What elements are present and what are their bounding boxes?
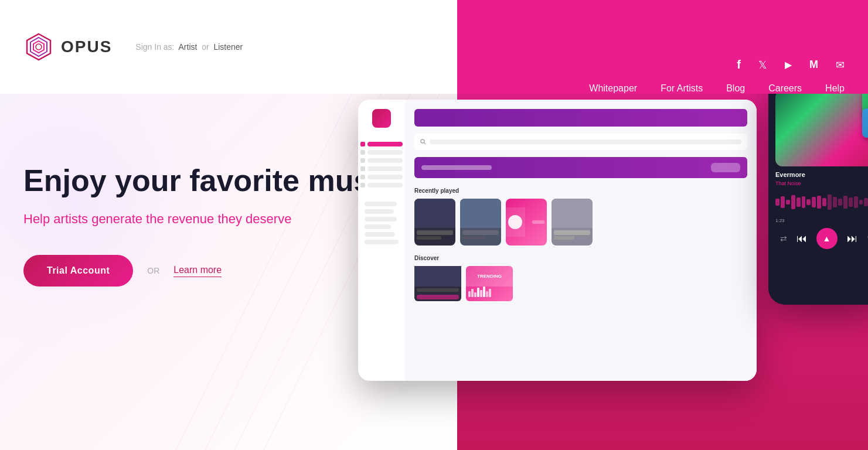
- sidebar-item-artists: [367, 166, 403, 171]
- search-icon: [420, 139, 426, 145]
- shuffle-icon: ⇄: [780, 234, 787, 243]
- svg-point-8: [421, 139, 424, 143]
- header-left: OPUS Sign In as: Artist or Listener: [0, 0, 457, 94]
- album-card-playing: [506, 199, 547, 246]
- album-card-2: [460, 199, 501, 246]
- sidebar-item-extra-5: [365, 232, 395, 237]
- trial-account-button[interactable]: Trial Account: [23, 255, 133, 287]
- signin-listener-link[interactable]: Listener: [213, 42, 243, 52]
- sidebar-item-songs: [367, 150, 403, 155]
- play-pause-button[interactable]: ▲: [816, 228, 838, 249]
- tablet-inner: Recently played: [358, 100, 757, 381]
- email-icon[interactable]: ✉: [836, 59, 845, 71]
- medium-icon[interactable]: M: [809, 59, 818, 71]
- next-icon: ⏭: [847, 233, 857, 245]
- app-search-bar: [414, 134, 747, 150]
- stacked-album-2: [862, 108, 868, 138]
- facebook-icon[interactable]: f: [737, 58, 741, 71]
- album-card-3: [552, 199, 593, 246]
- sidebar-item-playlists: [367, 175, 403, 179]
- header: OPUS Sign In as: Artist or Listener f 𝕏 …: [0, 0, 868, 94]
- app-logo-icon: [372, 109, 391, 128]
- discover-card-2: TRENDING: [466, 266, 513, 301]
- configure-banner: [414, 157, 747, 178]
- sidebar-item-extra-3: [365, 217, 397, 221]
- learn-more-link[interactable]: Learn more: [173, 265, 222, 277]
- album-card-1: [414, 199, 455, 246]
- signin-or: or: [202, 42, 209, 52]
- opus-logo-icon: [23, 32, 54, 62]
- nav-careers[interactable]: Careers: [768, 83, 802, 94]
- phone-song-title: Evermore: [775, 171, 868, 178]
- app-main-content: Recently played: [405, 100, 757, 381]
- sidebar-item-extra-4: [365, 224, 391, 229]
- app-sidebar: [358, 100, 405, 381]
- sidebar-item-extra-6: [365, 240, 399, 244]
- logo-text: OPUS: [61, 38, 112, 56]
- waveform: [775, 193, 868, 211]
- discover-row: TRENDING: [414, 266, 747, 301]
- sidebar-item-extra-2: [365, 209, 394, 214]
- recently-played-row: [414, 199, 747, 246]
- svg-marker-2: [33, 41, 44, 53]
- discover-card-1: [414, 266, 461, 301]
- phone-album-art: [775, 90, 868, 166]
- recently-played-label: Recently played: [414, 188, 747, 194]
- svg-point-3: [36, 44, 42, 50]
- app-header-bar: [414, 109, 747, 127]
- progress-time: 1:23 4:41: [775, 218, 868, 223]
- prev-icon: ⏮: [796, 233, 807, 245]
- signin-label: Sign In as:: [135, 42, 174, 52]
- nav-for-artists[interactable]: For Artists: [661, 83, 703, 94]
- phone-controls: ⇄ ⏮ ▲ ⏭ ♡: [775, 228, 868, 249]
- sidebar-item-explore: [367, 142, 403, 146]
- play-icon: [508, 215, 522, 229]
- signin-artist-link[interactable]: Artist: [179, 42, 198, 52]
- signin-area: Sign In as: Artist or Listener: [135, 42, 243, 52]
- sidebar-item-extra-1: [365, 202, 397, 206]
- svg-line-9: [424, 143, 426, 145]
- youtube-icon[interactable]: ▶: [785, 59, 792, 70]
- twitter-icon[interactable]: 𝕏: [758, 59, 767, 71]
- or-label: OR: [147, 266, 159, 275]
- nav-links: Whitepaper For Artists Blog Careers Help: [589, 83, 845, 94]
- phone-artist-name: That Noise: [775, 180, 868, 186]
- discover-label: Discover: [414, 255, 747, 261]
- nav-whitepaper[interactable]: Whitepaper: [589, 83, 637, 94]
- hero-section: Enjoy your favorite music Help artists g…: [0, 94, 868, 450]
- app-mockup-container: Recently played: [358, 70, 868, 450]
- header-right: f 𝕏 ▶ M ✉ Whitepaper For Artists Blog Ca…: [457, 0, 868, 94]
- phone-mockup: ‹ Evermore ••• Evermore That Noise: [768, 70, 868, 305]
- nav-blog[interactable]: Blog: [726, 83, 745, 94]
- sidebar-item-statistics: [367, 183, 403, 188]
- logo-area: OPUS: [23, 32, 112, 62]
- tablet-mockup: Recently played: [358, 100, 757, 381]
- social-icons: f 𝕏 ▶ M ✉: [737, 58, 845, 71]
- sidebar-item-albums: [367, 158, 403, 163]
- nav-help[interactable]: Help: [825, 83, 845, 94]
